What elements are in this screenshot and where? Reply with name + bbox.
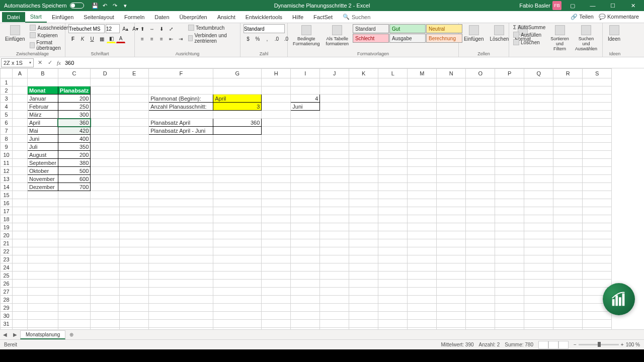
cell-M19[interactable] [408, 223, 437, 231]
cell-C2[interactable]: Planabsatz [58, 86, 90, 95]
cell-Q10[interactable] [524, 151, 553, 159]
row-header-13[interactable]: 13 [1, 175, 13, 183]
cell-K23[interactable] [349, 255, 378, 263]
font-color-button[interactable]: A [116, 34, 125, 43]
cell-S13[interactable] [583, 175, 612, 183]
cell-Q32[interactable] [524, 328, 553, 330]
cell-F13[interactable] [149, 175, 213, 183]
cell-N5[interactable] [437, 111, 466, 119]
cell-H27[interactable] [262, 288, 291, 296]
cell-O10[interactable] [466, 151, 495, 159]
cell-F5[interactable] [149, 111, 213, 119]
cell-M13[interactable] [408, 175, 437, 183]
cell-F28[interactable] [149, 296, 213, 304]
cell-G16[interactable] [213, 199, 262, 207]
cell-A25[interactable] [13, 272, 28, 280]
row-header-11[interactable]: 11 [1, 159, 13, 167]
cell-N8[interactable] [437, 135, 466, 143]
cell-M22[interactable] [408, 247, 437, 255]
cell-B9[interactable]: Juli [28, 143, 58, 151]
cell-N16[interactable] [437, 199, 466, 207]
cell-G28[interactable] [213, 296, 262, 304]
cell-O18[interactable] [466, 215, 495, 223]
cell-E22[interactable] [120, 247, 149, 255]
cell-L22[interactable] [378, 247, 408, 255]
cell-L5[interactable] [378, 111, 408, 119]
cell-Q9[interactable] [524, 143, 553, 151]
cell-B3[interactable]: Januar [28, 95, 58, 103]
zoom-level[interactable]: 100 % [626, 342, 640, 347]
cell-A24[interactable] [13, 263, 28, 272]
cell-K4[interactable] [349, 103, 378, 111]
cell-E18[interactable] [120, 215, 149, 223]
tab-developer[interactable]: Entwicklertools [240, 12, 287, 22]
cell-L29[interactable] [378, 304, 408, 312]
cell-F22[interactable] [149, 247, 213, 255]
cell-M24[interactable] [408, 263, 437, 272]
cell-D14[interactable] [91, 183, 120, 191]
col-header-R[interactable]: R [553, 69, 583, 78]
zoom-in-icon[interactable]: + [621, 342, 624, 347]
cell-I8[interactable] [291, 135, 320, 143]
cell-N7[interactable] [437, 127, 466, 135]
cell-A16[interactable] [13, 199, 28, 207]
cell-M11[interactable] [408, 159, 437, 167]
cell-D11[interactable] [91, 159, 120, 167]
add-sheet-icon[interactable]: ⊕ [65, 332, 77, 337]
cell-D3[interactable] [91, 95, 120, 103]
font-name-select[interactable] [68, 24, 105, 33]
cell-L6[interactable] [378, 119, 408, 127]
cell-E1[interactable] [120, 78, 149, 86]
cell-S20[interactable] [583, 231, 612, 239]
cell-Q2[interactable] [524, 86, 553, 95]
cell-I12[interactable] [291, 167, 320, 175]
row-header-5[interactable]: 5 [1, 111, 13, 119]
style-neutral[interactable]: Neutral [426, 24, 462, 33]
cell-A10[interactable] [13, 151, 28, 159]
cell-A20[interactable] [13, 231, 28, 239]
style-bad[interactable]: Schlecht [353, 34, 389, 43]
cell-L15[interactable] [378, 191, 408, 199]
indent-dec-icon[interactable]: ⇤ [167, 34, 176, 43]
cell-S3[interactable] [583, 95, 612, 103]
col-header-S[interactable]: S [583, 69, 612, 78]
cell-Q18[interactable] [524, 215, 553, 223]
cell-O7[interactable] [466, 127, 495, 135]
cell-F12[interactable] [149, 167, 213, 175]
cell-B28[interactable] [28, 296, 58, 304]
bold-button[interactable]: F [68, 34, 77, 43]
cell-J23[interactable] [320, 255, 349, 263]
cell-E26[interactable] [120, 280, 149, 288]
cell-N31[interactable] [437, 320, 466, 328]
col-header-M[interactable]: M [408, 69, 437, 78]
cell-N24[interactable] [437, 263, 466, 272]
cell-R31[interactable] [553, 320, 583, 328]
fill-button[interactable]: Ausfüllen [512, 31, 546, 38]
cell-E32[interactable] [120, 328, 149, 330]
cell-I3[interactable]: 4 [291, 95, 320, 103]
cell-E13[interactable] [120, 175, 149, 183]
cell-A30[interactable] [13, 312, 28, 320]
cell-K8[interactable] [349, 135, 378, 143]
share-button[interactable]: 🔗 Teilen [571, 14, 594, 20]
tab-pagelayout[interactable]: Seitenlayout [78, 12, 119, 22]
col-header-J[interactable]: J [320, 69, 349, 78]
cell-J27[interactable] [320, 288, 349, 296]
wrap-text-button[interactable]: Textumbruch [187, 24, 237, 31]
undo-icon[interactable]: ↶ [101, 2, 109, 10]
cell-N25[interactable] [437, 272, 466, 280]
cell-C23[interactable] [58, 255, 90, 263]
cell-C26[interactable] [58, 280, 90, 288]
cell-P15[interactable] [495, 191, 524, 199]
cell-K26[interactable] [349, 280, 378, 288]
cell-E3[interactable] [120, 95, 149, 103]
cell-F18[interactable] [149, 215, 213, 223]
cell-G21[interactable] [213, 239, 262, 247]
cell-G32[interactable] [213, 328, 262, 330]
cell-H26[interactable] [262, 280, 291, 288]
cell-O2[interactable] [466, 86, 495, 95]
cell-I2[interactable] [291, 86, 320, 95]
cell-M28[interactable] [408, 296, 437, 304]
cell-S14[interactable] [583, 183, 612, 191]
cell-P11[interactable] [495, 159, 524, 167]
